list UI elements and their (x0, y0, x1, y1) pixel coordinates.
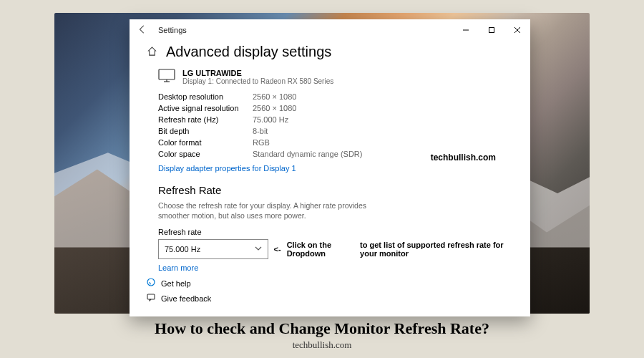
prop-label: Color space (158, 150, 253, 158)
refresh-rate-dropdown[interactable]: 75.000 Hz (158, 239, 268, 259)
prop-label: Refresh rate (Hz) (158, 115, 253, 124)
close-button[interactable] (504, 19, 530, 41)
back-button[interactable] (134, 24, 151, 37)
svg-rect-1 (489, 28, 494, 33)
prop-value: 2560 × 1080 (253, 92, 296, 101)
prop-value: 2560 × 1080 (253, 104, 296, 112)
dropdown-selected-value: 75.000 Hz (165, 245, 200, 253)
minimize-button[interactable] (453, 19, 479, 41)
prop-label: Active signal resolution (158, 104, 253, 112)
prop-value: 75.000 Hz (253, 115, 288, 124)
monitor-icon (158, 69, 175, 84)
display-info-block: LG ULTRAWIDE Display 1: Connected to Rad… (158, 69, 513, 85)
maximize-button[interactable] (479, 19, 504, 41)
titlebar: Settings (130, 19, 530, 41)
display-properties: Desktop resolution2560 × 1080 Active sig… (158, 92, 513, 158)
give-feedback-link[interactable]: Give feedback (147, 293, 211, 304)
prop-value: 8-bit (253, 127, 268, 135)
page-title: Advanced display settings (166, 44, 331, 60)
prop-value: Standard dynamic range (SDR) (253, 150, 362, 158)
refresh-rate-field-label: Refresh rate (158, 228, 513, 236)
annotation-arrow: <- (274, 245, 281, 253)
give-feedback-label: Give feedback (161, 294, 211, 303)
get-help-link[interactable]: Get help (147, 278, 211, 289)
feedback-icon (147, 293, 155, 304)
display-connection: Display 1: Connected to Radeon RX 580 Se… (182, 77, 333, 85)
svg-rect-8 (147, 294, 155, 299)
settings-window: Settings Advanced display settings (130, 19, 530, 316)
prop-label: Bit depth (158, 127, 253, 135)
adapter-properties-link[interactable]: Display adapter properties for Display 1 (158, 164, 296, 173)
prop-label: Desktop resolution (158, 92, 253, 101)
article-site: techbullish.com (0, 339, 644, 351)
annotation-text: Click on the Dropdown (287, 241, 354, 258)
get-help-label: Get help (161, 279, 191, 288)
prop-label: Color format (158, 138, 253, 147)
refresh-rate-description: Choose the refresh rate for your display… (158, 200, 373, 221)
chevron-down-icon (255, 245, 262, 253)
svg-rect-4 (159, 69, 175, 79)
refresh-rate-heading: Refresh Rate (158, 184, 513, 196)
help-icon (147, 278, 155, 289)
article-title: How to check and Change Monitor Refresh … (0, 319, 644, 338)
display-name: LG ULTRAWIDE (182, 69, 333, 77)
app-title: Settings (158, 26, 187, 34)
watermark-text: techbullish.com (431, 153, 496, 163)
svg-point-7 (147, 279, 155, 286)
annotation-text: to get list of supported refresh rate fo… (360, 241, 513, 258)
prop-value: RGB (253, 138, 270, 147)
home-icon[interactable] (147, 46, 157, 59)
learn-more-link[interactable]: Learn more (158, 263, 513, 272)
